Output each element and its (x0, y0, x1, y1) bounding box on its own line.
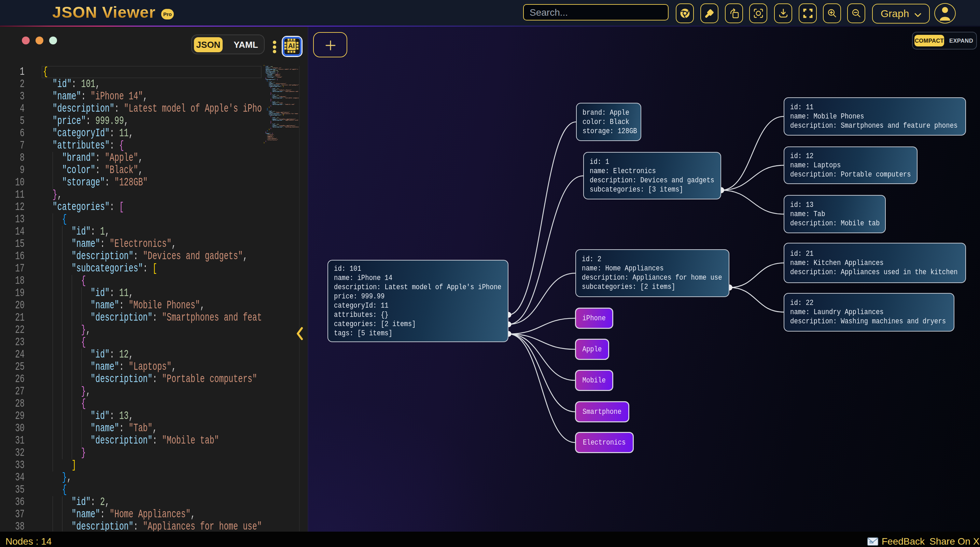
svg-text:AI: AI (288, 42, 295, 49)
